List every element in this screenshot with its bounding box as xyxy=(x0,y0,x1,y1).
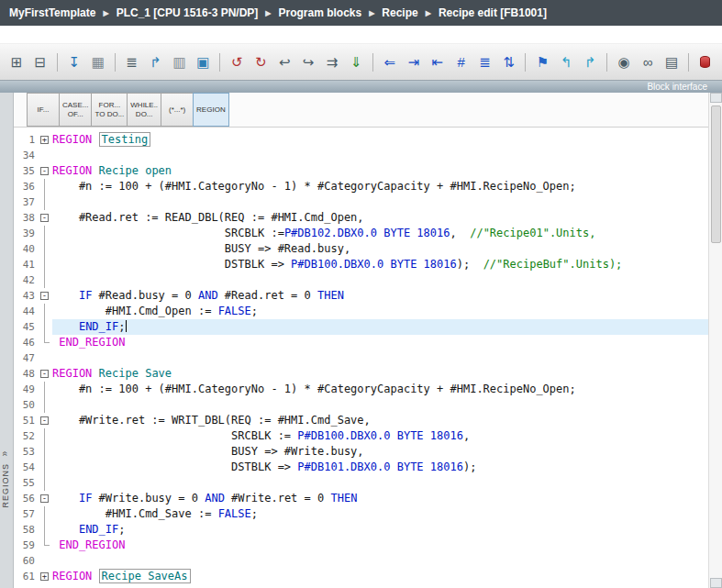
fold-box-icon[interactable]: - xyxy=(40,416,49,425)
insert-segment-button[interactable]: ↧ xyxy=(63,51,85,73)
update-block-calls-button[interactable]: ⇉ xyxy=(321,51,343,73)
tab-while-do[interactable]: WHILE..DO... xyxy=(127,93,161,127)
previous-bookmark-button[interactable]: ↰ xyxy=(555,51,577,73)
expand-region-icon[interactable]: + xyxy=(38,569,52,584)
redo-button[interactable]: ↻ xyxy=(250,51,272,73)
collapse-all-sections-button[interactable]: ⊟ xyxy=(29,51,51,73)
fold-box-icon[interactable]: - xyxy=(40,167,49,175)
code-line[interactable]: 55 xyxy=(14,475,708,491)
line-structure-button[interactable]: ≣ xyxy=(474,51,496,73)
code-line[interactable]: 59 END_REGION xyxy=(14,538,708,553)
code-line[interactable]: 46 END_REGION xyxy=(14,335,708,350)
code-line[interactable]: 49 #n := 100 + (#HMI.CategoryNo - 1) * #… xyxy=(14,382,708,397)
collapse-region-icon[interactable]: - xyxy=(38,210,52,226)
sort-button[interactable]: ⇅ xyxy=(498,51,520,73)
code-line[interactable]: 52 SRCBLK := P#DB100.DBX0.0 BYTE 18016, xyxy=(14,428,708,444)
expand-all-sections-button[interactable]: ⊞ xyxy=(6,51,28,73)
code-line[interactable]: 43- IF #Read.busy = 0 AND #Read.ret = 0 … xyxy=(14,288,708,304)
breadcrumb: MyFirstTemplate▶PLC_1 [CPU 1516-3 PN/DP]… xyxy=(0,0,722,26)
call-structure-button[interactable]: ▤ xyxy=(661,51,683,73)
scrollbar-split-button[interactable] xyxy=(710,93,722,103)
collapse-region-icon[interactable]: - xyxy=(38,163,52,179)
import-source-button[interactable]: ↱ xyxy=(145,51,167,73)
breadcrumb-item[interactable]: Program blocks xyxy=(279,6,362,19)
code-line[interactable]: 44 #HMI.Cmd_Open := FALSE; xyxy=(14,304,708,319)
fold-box-icon[interactable]: + xyxy=(40,136,49,144)
data-block-button[interactable] xyxy=(694,51,716,73)
code-line[interactable]: 39 SRCBLK :=P#DB102.DBX0.0 BYTE 18016, /… xyxy=(14,226,708,241)
collapse-panel-chevron-icon[interactable]: « xyxy=(0,451,10,457)
set-bookmark-button[interactable]: ⚑ xyxy=(531,51,553,73)
next-bookmark-button[interactable]: ↱ xyxy=(579,51,601,73)
block-interface-bar[interactable]: Block interface xyxy=(0,81,722,93)
tab-if[interactable]: IF... xyxy=(27,93,60,127)
syntax-highlight-button[interactable]: ▣ xyxy=(192,51,214,73)
code-line[interactable]: 38- #Read.ret := READ_DBL(REQ := #HMI.Cm… xyxy=(14,210,708,226)
code-line[interactable]: 58 END_IF; xyxy=(14,522,708,538)
code-line[interactable]: 45 END_IF; xyxy=(14,319,708,335)
breadcrumb-arrow-icon: ▶ xyxy=(265,9,271,17)
collapse-region-icon[interactable]: - xyxy=(38,288,52,304)
code-line[interactable]: 54 DSTBLK => P#DB101.DBX0.0 BYTE 18016); xyxy=(14,460,708,475)
outdent-button[interactable]: ⇤ xyxy=(427,51,449,73)
scrollbar-corner-button[interactable] xyxy=(710,578,722,588)
code-line[interactable]: 60 xyxy=(14,553,708,569)
tab-comment-block[interactable]: (*...*) xyxy=(161,93,194,127)
tab-for-to-do[interactable]: FOR...TO DO... xyxy=(91,93,128,127)
fold-box-icon[interactable]: - xyxy=(40,292,49,300)
code-line[interactable]: 41 DSTBLK => P#DB100.DBX0.0 BYTE 18016);… xyxy=(14,257,708,272)
code-line[interactable]: 51- #Write.ret := WRIT_DBL(REQ := #HMI.C… xyxy=(14,413,708,428)
vertical-scrollbar[interactable] xyxy=(708,93,722,588)
code-text: BUSY => #Write.busy, xyxy=(52,444,708,460)
breadcrumb-item[interactable]: Recipe edit [FB1001] xyxy=(439,6,547,19)
line-number: 48 xyxy=(14,366,38,382)
expand-region-icon[interactable]: + xyxy=(38,132,52,148)
code-area[interactable]: 1+REGION Testing 34 35-REGION Recipe ope… xyxy=(14,128,708,588)
code-text: SRCBLK :=P#DB102.DBX0.0 BYTE 18016, //"R… xyxy=(52,226,708,241)
code-line[interactable]: 50 xyxy=(14,397,708,413)
editor-main: « REGIONS IF...CASE...OF...FOR...TO DO..… xyxy=(0,93,722,588)
code-text xyxy=(52,272,708,288)
tab-case-of[interactable]: CASE...OF... xyxy=(59,93,92,127)
code-line[interactable]: 56- IF #Write.busy = 0 AND #Write.ret = … xyxy=(14,491,708,506)
collapse-region-icon[interactable]: - xyxy=(38,491,52,506)
code-line[interactable]: 53 BUSY => #Write.busy, xyxy=(14,444,708,460)
network-overview-button[interactable]: ≣ xyxy=(121,51,143,73)
scrollbar-thumb[interactable] xyxy=(711,105,721,243)
insert-block-call-button[interactable]: ▦ xyxy=(87,51,109,73)
code-line[interactable]: 42 xyxy=(14,272,708,288)
cross-reference-button[interactable]: ∞ xyxy=(637,51,659,73)
go-forward-button[interactable]: ↪ xyxy=(297,51,319,73)
code-line[interactable]: 34 xyxy=(14,148,708,163)
fold-box-icon[interactable]: - xyxy=(40,494,49,503)
absolute-addresses-button[interactable]: # xyxy=(450,51,472,73)
fold-box-icon[interactable]: - xyxy=(40,214,49,222)
breadcrumb-item[interactable]: Recipe xyxy=(382,6,417,19)
code-line[interactable]: 61+REGION Recipe SaveAs xyxy=(14,569,708,584)
code-line[interactable]: 36 #n := 100 + (#HMI.CategoryNo - 1) * #… xyxy=(14,179,708,194)
regions-side-panel[interactable]: « REGIONS xyxy=(0,93,14,588)
insert-left-button[interactable]: ⇐ xyxy=(379,51,401,73)
table-view-button[interactable]: ▥ xyxy=(169,51,191,73)
code-token: P#DB102.DBX0.0 BYTE 18016 xyxy=(284,227,450,239)
code-line[interactable]: 35-REGION Recipe open xyxy=(14,163,708,179)
fold-box-icon[interactable]: + xyxy=(40,572,49,581)
collapse-region-icon[interactable]: - xyxy=(38,366,52,382)
code-line[interactable]: 57 #HMI.Cmd_Save := FALSE; xyxy=(14,506,708,522)
code-line[interactable]: 1+REGION Testing xyxy=(14,132,708,148)
code-text: DSTBLK => P#DB100.DBX0.0 BYTE 18016); //… xyxy=(52,257,708,272)
breadcrumb-item[interactable]: PLC_1 [CPU 1516-3 PN/DP] xyxy=(117,6,259,19)
go-back-button[interactable]: ↩ xyxy=(273,51,295,73)
indent-button[interactable]: ⇥ xyxy=(403,51,425,73)
collapse-region-icon[interactable]: - xyxy=(38,413,52,428)
tab-region[interactable]: REGION xyxy=(193,93,229,127)
fold-box-icon[interactable]: - xyxy=(40,370,49,378)
code-line[interactable]: 48-REGION Recipe Save xyxy=(14,366,708,382)
breadcrumb-item[interactable]: MyFirstTemplate xyxy=(9,6,95,19)
code-line[interactable]: 37 xyxy=(14,194,708,210)
undo-button[interactable]: ↺ xyxy=(226,51,248,73)
compile-button[interactable]: ⇓ xyxy=(345,51,367,73)
code-line[interactable]: 40 BUSY => #Read.busy, xyxy=(14,241,708,257)
find-references-button[interactable]: ◉ xyxy=(613,51,635,73)
code-line[interactable]: 47 xyxy=(14,350,708,366)
